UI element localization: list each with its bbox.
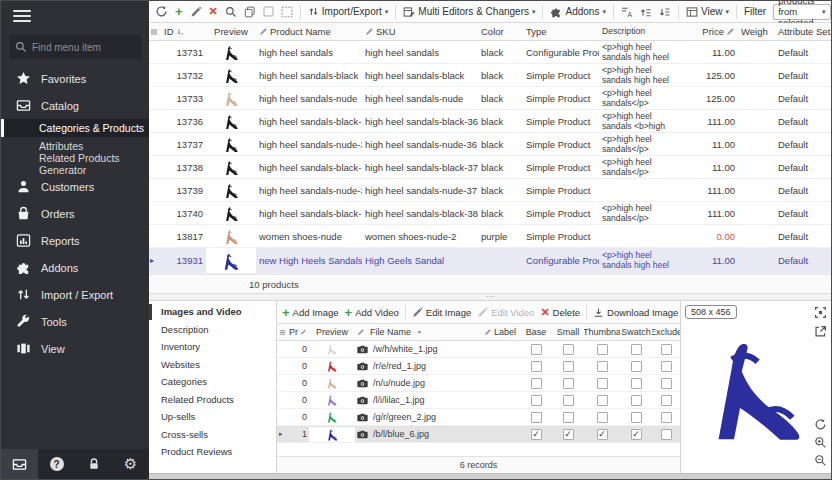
multi-editors-menu[interactable]: Multi Editors & Changers▾ xyxy=(403,6,535,18)
swatch-checkbox[interactable] xyxy=(631,395,642,406)
exclude-checkbox[interactable] xyxy=(661,395,672,406)
column-header-weight[interactable]: Weight xyxy=(738,26,768,37)
zoom-in-icon[interactable] xyxy=(814,436,827,449)
add-image-button[interactable]: +Add Image xyxy=(282,306,339,319)
swatch-checkbox[interactable] xyxy=(631,378,642,389)
column-header-file-name[interactable]: File Name xyxy=(355,327,482,337)
edit-product-button[interactable] xyxy=(190,6,202,18)
column-header-swatch[interactable]: Swatch xyxy=(620,327,652,337)
addons-menu[interactable]: Addons▾ xyxy=(550,6,605,18)
view-menu[interactable]: View▾ xyxy=(686,6,729,18)
thumbnail-checkbox[interactable] xyxy=(597,395,608,406)
thumbnail-checkbox[interactable] xyxy=(597,344,608,355)
small-checkbox[interactable] xyxy=(563,412,574,423)
download-image-button[interactable]: Download Image xyxy=(593,307,678,318)
column-header-position[interactable]: Pr xyxy=(287,327,309,337)
small-checkbox[interactable] xyxy=(563,395,574,406)
product-row[interactable]: 13736 high heel sandals-black-36 high he… xyxy=(149,110,831,133)
expand-rows-button[interactable] xyxy=(640,6,652,18)
column-header-preview[interactable]: Preview xyxy=(309,327,355,337)
exclude-checkbox[interactable] xyxy=(661,344,672,355)
select-all-header[interactable] xyxy=(149,28,161,36)
tab-categories[interactable]: Categories xyxy=(149,373,276,391)
base-checkbox[interactable] xyxy=(531,395,542,406)
settings-button[interactable]: ⚙ xyxy=(112,449,149,479)
column-header-exclude[interactable]: Exclude xyxy=(652,327,680,337)
swatch-checkbox[interactable] xyxy=(631,361,642,372)
tab-related-products[interactable]: Related Products xyxy=(149,391,276,409)
image-row[interactable]: 0 /l/i/lilac_1.jpg xyxy=(277,392,680,409)
sidebar-item-reports[interactable]: Reports xyxy=(1,227,149,254)
product-row[interactable]: 13737 high heel sandals-nude-36 high hee… xyxy=(149,133,831,156)
image-row[interactable]: 0 /n/u/nude.jpg xyxy=(277,375,680,392)
small-checkbox[interactable] xyxy=(563,378,574,389)
search-products-button[interactable] xyxy=(225,6,237,18)
product-row[interactable]: 13731 high heel sandals high heel sandal… xyxy=(149,41,831,64)
small-checkbox[interactable]: ✓ xyxy=(563,429,574,440)
select-all-header[interactable] xyxy=(277,329,287,336)
product-row[interactable]: 13732 high heel sandals-black high heel … xyxy=(149,64,831,87)
base-checkbox[interactable] xyxy=(531,412,542,423)
column-header-attribute-set[interactable]: Attribute Set Name xyxy=(768,26,831,37)
help-button[interactable]: ? xyxy=(38,449,75,479)
thumbnail-checkbox[interactable] xyxy=(597,361,608,372)
edit-video-button[interactable]: Edit Video xyxy=(477,307,534,318)
fit-to-screen-icon[interactable] xyxy=(814,306,827,319)
image-row-selected[interactable]: ▸ 1 /b/l/blue_6.jpg ✓ ✓ ✓ ✓ xyxy=(277,426,680,443)
import-export-menu[interactable]: Import/Export▾ xyxy=(308,6,389,17)
tab-images-and-video[interactable]: Images and Video xyxy=(149,303,276,321)
sidebar-item-related-products-generator[interactable]: Related Products Generator xyxy=(1,155,149,173)
sidebar-item-addons[interactable]: Addons xyxy=(1,254,149,281)
sidebar-item-view[interactable]: View xyxy=(1,335,149,362)
swatch-checkbox[interactable]: ✓ xyxy=(631,429,642,440)
image-row[interactable]: 0 /r/e/red_1.jpg xyxy=(277,358,680,375)
column-header-price[interactable]: Price xyxy=(683,26,738,37)
exclude-checkbox[interactable] xyxy=(661,429,672,440)
base-checkbox[interactable] xyxy=(531,344,542,355)
sidebar-item-customers[interactable]: Customers xyxy=(1,173,149,200)
small-checkbox[interactable] xyxy=(563,361,574,372)
base-checkbox[interactable] xyxy=(531,378,542,389)
base-checkbox[interactable]: ✓ xyxy=(531,429,542,440)
base-checkbox[interactable] xyxy=(531,361,542,372)
select-none-button[interactable] xyxy=(281,6,293,18)
tab-inventory[interactable]: Inventory xyxy=(149,338,276,356)
image-row[interactable]: 0 /g/r/green_2.jpg xyxy=(277,409,680,426)
translate-button[interactable]: A xyxy=(621,6,633,18)
column-header-label[interactable]: Label xyxy=(482,327,520,337)
swatch-checkbox[interactable] xyxy=(631,412,642,423)
collapse-rows-button[interactable] xyxy=(659,6,671,18)
column-header-small[interactable]: Small xyxy=(552,327,584,337)
column-header-preview[interactable]: Preview xyxy=(206,23,256,40)
sidebar-item-favorites[interactable]: Favorites xyxy=(1,65,149,92)
sidebar-item-tools[interactable]: Tools xyxy=(1,308,149,335)
category-filter-select[interactable]: Show products from selected categories▾ xyxy=(773,4,830,20)
column-header-color[interactable]: Color xyxy=(478,26,523,37)
checkbox-button[interactable] xyxy=(263,6,274,17)
product-row[interactable]: 13739 high heel sandals-nude-37 high hee… xyxy=(149,179,831,202)
column-header-description[interactable]: Description xyxy=(599,26,683,36)
sidebar-search[interactable] xyxy=(9,35,141,59)
sidebar-item-orders[interactable]: Orders xyxy=(1,200,149,227)
product-row-selected[interactable]: ▸ 13931 new High Heels Sandals High Geel… xyxy=(149,248,831,274)
exclude-checkbox[interactable] xyxy=(661,361,672,372)
sidebar-item-categories-products[interactable]: Categories & Products xyxy=(1,119,149,137)
sidebar-item-import-export[interactable]: Import / Export xyxy=(1,281,149,308)
add-product-button[interactable]: + xyxy=(175,5,183,18)
search-input[interactable] xyxy=(32,42,132,53)
delete-image-button[interactable]: ✕Delete xyxy=(540,307,580,318)
product-row[interactable]: 13817 women shoes-nude women shoes-nude-… xyxy=(149,225,831,248)
exclude-checkbox[interactable] xyxy=(661,412,672,423)
swatch-checkbox[interactable] xyxy=(631,344,642,355)
zoom-out-icon[interactable] xyxy=(814,454,827,467)
small-checkbox[interactable] xyxy=(563,344,574,355)
store-button[interactable] xyxy=(1,449,38,479)
column-header-sku[interactable]: SKU xyxy=(362,26,478,37)
column-header-base[interactable]: Base xyxy=(520,327,552,337)
column-header-name[interactable]: Product Name xyxy=(256,26,362,37)
delete-product-button[interactable]: ✕ xyxy=(209,6,218,17)
open-external-icon[interactable] xyxy=(814,325,827,338)
sidebar-item-catalog[interactable]: Catalog xyxy=(1,92,149,119)
column-header-id[interactable]: ID xyxy=(161,26,206,37)
refresh-button[interactable] xyxy=(155,5,168,18)
